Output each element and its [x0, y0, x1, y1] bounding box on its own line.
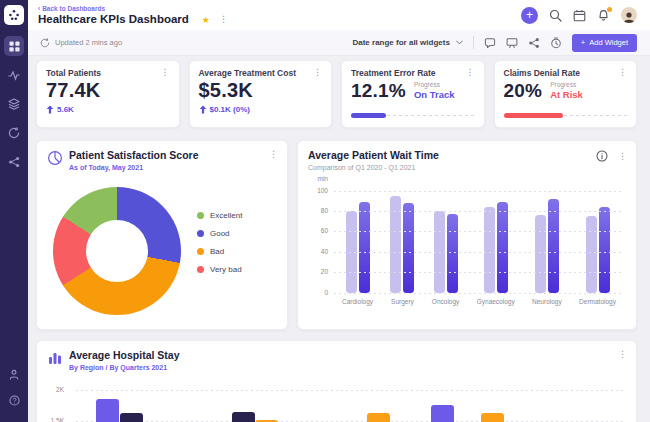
- kpi-value: $5.3K: [199, 80, 323, 101]
- kpi-menu-button[interactable]: ⋮: [466, 68, 475, 77]
- card-menu-button[interactable]: ⋮: [618, 350, 627, 359]
- progress-fill: [351, 113, 386, 118]
- kpi-title: Average Treatment Cost: [199, 68, 296, 78]
- card-title: Average Patient Wait Time: [308, 149, 439, 162]
- kpi-value: 12.1%: [351, 81, 406, 101]
- legend-item-very-bad[interactable]: Very bad: [197, 265, 242, 274]
- bar-q1-2021[interactable]: [599, 207, 610, 293]
- bar-orange[interactable]: [481, 413, 504, 422]
- bar-q1-2020[interactable]: [484, 207, 495, 293]
- top-header: ‹ Back to Dashboards Healthcare KPIs Das…: [28, 0, 650, 30]
- bar-group-neurology: Neurology: [532, 191, 562, 319]
- legend-dot: [197, 266, 204, 273]
- calendar-icon[interactable]: [573, 9, 586, 22]
- sidebar-item-dashboards[interactable]: [4, 36, 24, 56]
- kpi-card-total-patients: Total Patients ⋮ 77.4K 5.6K: [36, 60, 180, 128]
- notifications-icon[interactable]: [597, 9, 610, 22]
- sidebar-bottom: [4, 364, 24, 416]
- gridline: [334, 231, 624, 232]
- kpi-menu-button[interactable]: ⋮: [313, 68, 322, 77]
- title-menu-button[interactable]: ⋮: [219, 15, 228, 24]
- bar-group-gynaecology: Gynaecology: [477, 191, 515, 319]
- legend-item-good[interactable]: Good: [197, 229, 242, 238]
- bar-q1-2021[interactable]: [497, 202, 508, 293]
- last-updated: Updated 2 mins ago: [40, 38, 122, 48]
- back-to-dashboards-link[interactable]: ‹ Back to Dashboards: [38, 5, 228, 12]
- logo-icon: [8, 9, 20, 21]
- sidebar-item-account[interactable]: [4, 364, 24, 384]
- favorite-star-icon[interactable]: ★: [202, 15, 210, 25]
- progress-bar: [504, 113, 628, 118]
- kpi-title: Claims Denial Rate: [504, 68, 581, 78]
- sidebar-nav: [4, 36, 24, 181]
- sidebar-item-datasets[interactable]: [4, 94, 24, 114]
- bar-group-surgery: Surgery: [390, 191, 414, 319]
- legend-item-bad[interactable]: Bad: [197, 247, 242, 256]
- up-arrow-icon: [46, 105, 54, 114]
- hospital-stay-card: Average Hospital Stay By Region / By Qua…: [36, 340, 637, 422]
- kpi-menu-button[interactable]: ⋮: [618, 68, 627, 77]
- legend-item-excellent[interactable]: Excellent: [197, 211, 242, 220]
- bar-q1-2021[interactable]: [359, 202, 370, 293]
- add-widget-button[interactable]: + Add Widget: [572, 34, 637, 52]
- comments-icon[interactable]: [484, 37, 496, 49]
- up-arrow-icon: [199, 105, 207, 114]
- bar-orange[interactable]: [367, 413, 390, 422]
- date-range-selector[interactable]: Date range for all widgets: [352, 38, 462, 47]
- gridline: [334, 293, 624, 294]
- share-icon[interactable]: [528, 37, 540, 49]
- card-menu-button[interactable]: ⋮: [618, 152, 627, 161]
- slideshow-icon[interactable]: [506, 37, 518, 49]
- wait-time-groups: CardiologySurgeryOncologyGynaecologyNeur…: [334, 191, 624, 319]
- app-logo[interactable]: [4, 5, 24, 25]
- sidebar-item-connections[interactable]: [4, 152, 24, 172]
- refresh-icon[interactable]: [40, 38, 50, 48]
- legend-label: Bad: [210, 247, 224, 256]
- schedule-icon[interactable]: [550, 37, 562, 49]
- sidebar: [0, 0, 28, 422]
- legend-label: Very bad: [210, 265, 242, 274]
- add-widget-label: Add Widget: [589, 38, 628, 47]
- gridline: [76, 390, 626, 391]
- user-avatar[interactable]: [621, 7, 637, 23]
- bar-navy[interactable]: [120, 413, 143, 422]
- search-icon[interactable]: [549, 9, 562, 22]
- bar-q1-2021[interactable]: [403, 203, 414, 293]
- bar-q1-2021[interactable]: [447, 214, 458, 293]
- sidebar-item-refresh[interactable]: [4, 123, 24, 143]
- create-dashboard-button[interactable]: +: [521, 7, 538, 24]
- bar-q1-2021[interactable]: [548, 199, 559, 293]
- back-chevron-icon: ‹: [38, 5, 40, 12]
- progress-fill: [504, 113, 563, 118]
- progress-bar: [351, 113, 475, 118]
- kpi-row: Total Patients ⋮ 77.4K 5.6K Average Trea…: [36, 60, 637, 128]
- info-icon[interactable]: [596, 150, 609, 163]
- kpi-menu-button[interactable]: ⋮: [161, 68, 170, 77]
- card-menu-button[interactable]: ⋮: [269, 150, 278, 159]
- kpi-title: Total Patients: [46, 68, 101, 78]
- bar-q1-2020[interactable]: [535, 215, 546, 293]
- card-subtitle: As of Today, May 2021: [69, 164, 199, 171]
- card-subtitle: Comparison of Q1 2020 - Q1 2021: [308, 164, 439, 171]
- y-axis-tick: 2K: [44, 387, 64, 394]
- toolbar-actions: Date range for all widgets + Add Widget: [352, 34, 637, 52]
- x-axis-label: Gynaecology: [477, 298, 515, 305]
- kpi-delta: $0.1K (0%): [199, 105, 323, 114]
- progress-label: Progress: [550, 81, 583, 88]
- y-axis-unit: min: [308, 175, 328, 182]
- bar-purple[interactable]: [431, 405, 454, 422]
- bar-chart-icon: [47, 350, 63, 366]
- satisfaction-donut[interactable]: [53, 187, 181, 315]
- card-title: Patient Satisfaction Score: [69, 149, 199, 162]
- bar-purple[interactable]: [96, 399, 119, 422]
- gridline: [334, 191, 624, 192]
- bar-group-cardiology: Cardiology: [342, 191, 373, 319]
- bar-navy[interactable]: [232, 412, 255, 422]
- legend-dot: [197, 212, 204, 219]
- bar-q1-2020[interactable]: [586, 216, 597, 293]
- app-window: ‹ Back to Dashboards Healthcare KPIs Das…: [0, 0, 650, 422]
- sidebar-item-help[interactable]: [4, 390, 24, 410]
- sidebar-item-analytics[interactable]: [4, 65, 24, 85]
- kpi-value: 77.4K: [46, 80, 170, 101]
- patient-satisfaction-card: Patient Satisfaction Score As of Today, …: [36, 140, 288, 330]
